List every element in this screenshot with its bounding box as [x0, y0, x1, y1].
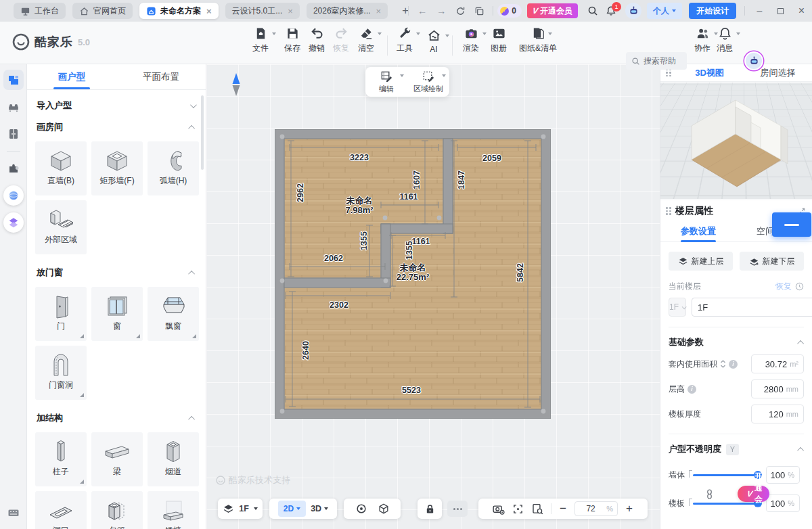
rail-furniture-tool[interactable]	[3, 97, 24, 117]
section-structures[interactable]: 加结构	[37, 412, 195, 424]
zoom-in-button[interactable]: +	[625, 504, 634, 513]
zoom-out-button[interactable]: −	[558, 504, 568, 513]
tool-pipe-wrap[interactable]: 包管	[91, 491, 143, 529]
close-icon[interactable]: ×	[288, 6, 293, 16]
opacity-header[interactable]: 户型不透明度 Y	[669, 443, 804, 455]
tool-door[interactable]: 门	[35, 287, 87, 341]
camera-settings-icon[interactable]	[492, 503, 505, 515]
rail-sphere-app[interactable]	[3, 185, 24, 206]
tool-opening[interactable]: 门窗洞	[35, 346, 87, 400]
search-button[interactable]	[583, 5, 602, 16]
link-sliders-icon[interactable]	[706, 489, 713, 499]
section-draw-rooms[interactable]: 画房间	[37, 121, 195, 133]
cube-view-icon[interactable]	[378, 503, 390, 515]
toolbar-clear[interactable]: 清空	[351, 26, 381, 54]
toolbar-ai[interactable]: AI	[419, 28, 449, 54]
3d-preview[interactable]	[660, 83, 812, 199]
collapsed-panel-button[interactable]	[772, 212, 811, 237]
duplicate-button[interactable]	[470, 6, 489, 16]
floor-selector[interactable]: 1F	[218, 499, 263, 519]
new-upper-floor-button[interactable]: 新建上层	[669, 252, 733, 271]
orbit-view-icon[interactable]	[355, 503, 367, 515]
forward-button[interactable]: →	[432, 5, 451, 16]
tab-draw-floorplan[interactable]: 画户型	[27, 64, 116, 89]
tab-plane-layout[interactable]: 平面布置	[116, 64, 206, 89]
restore-link[interactable]: 恢复	[775, 281, 792, 292]
inner-area-input[interactable]: 30.72 m²	[751, 354, 804, 373]
stepper-icon[interactable]	[720, 360, 726, 368]
rail-cabinet-tool[interactable]	[3, 124, 24, 144]
info-icon[interactable]: i	[687, 385, 696, 394]
rail-floorplan-tool[interactable]	[3, 70, 24, 90]
section-import-floorplan[interactable]: 导入户型	[37, 99, 195, 112]
region-draw-button[interactable]: 区域绘制	[407, 67, 449, 97]
minimize-button[interactable]: –	[749, 5, 770, 16]
mode-3d-button[interactable]: 3D	[311, 504, 328, 513]
rail-shortcuts[interactable]	[0, 506, 27, 520]
edit-button[interactable]: 编辑	[365, 67, 407, 97]
close-icon[interactable]: ×	[206, 6, 212, 16]
room-label[interactable]: 未命名 22.75m²	[397, 263, 429, 282]
tool-beam[interactable]: 梁	[91, 432, 143, 486]
tool-hole[interactable]: 洞口	[35, 491, 87, 529]
drag-handle-icon[interactable]	[666, 207, 671, 215]
scrollbar[interactable]	[201, 95, 204, 170]
open-member-button[interactable]: V 开通会员	[744, 51, 763, 70]
floor-height-input[interactable]: 2800 mm	[751, 380, 804, 398]
tool-arc-wall[interactable]: 弧墙(H)	[148, 141, 199, 196]
section-doors-windows[interactable]: 放门窗	[37, 267, 195, 279]
help-search-input[interactable]: 搜索帮助	[626, 52, 687, 70]
tool-bay-window[interactable]: 飘窗	[148, 287, 199, 341]
floorplan-canvas[interactable]: 编辑 区域绘制	[206, 64, 660, 529]
tool-straight-wall[interactable]: 直墙(B)	[35, 141, 87, 196]
toolbar-file[interactable]: 文件	[246, 26, 275, 54]
close-window-button[interactable]: ×	[791, 5, 812, 17]
history-clock-icon[interactable]	[795, 282, 804, 291]
tab-cloud-design[interactable]: 云设计5.0工... ×	[225, 3, 300, 19]
coin-balance[interactable]: 0	[497, 4, 522, 18]
tab-2026-decor[interactable]: 2026室内装修... ×	[307, 3, 388, 19]
tool-flue[interactable]: 烟道	[148, 432, 199, 486]
tab-current-design[interactable]: 未命名方案 ×	[139, 3, 219, 19]
lock-button[interactable]	[418, 499, 442, 519]
toolbar-render[interactable]: 渲染	[456, 26, 486, 54]
wall-opacity-input[interactable]: 100 %	[766, 466, 800, 484]
toolbar-drawings[interactable]: 图纸&清单	[514, 26, 562, 54]
tool-window[interactable]: 窗	[91, 287, 143, 341]
close-icon[interactable]: ×	[376, 6, 382, 16]
mode-2d-button[interactable]: 2D	[278, 501, 306, 517]
tab-parameter-settings[interactable]: 参数设置	[660, 222, 736, 242]
account-menu-button[interactable]: 个人	[647, 3, 682, 19]
new-lower-floor-button[interactable]: 新建下层	[740, 252, 804, 271]
tool-outdoor-area[interactable]: 外部区域	[35, 200, 87, 254]
back-button[interactable]: ←	[413, 5, 432, 16]
floor-select-dropdown[interactable]: 1F	[669, 298, 686, 317]
assistant-avatar[interactable]	[625, 3, 641, 19]
fit-view-icon[interactable]	[512, 503, 524, 515]
zoom-region-icon[interactable]	[531, 503, 544, 515]
tool-low-wall[interactable]: 矮墙	[148, 491, 199, 529]
rail-plugins[interactable]	[3, 158, 24, 179]
floor-name-input[interactable]	[692, 298, 812, 317]
tab-home[interactable]: 官网首页	[72, 3, 133, 19]
tab-workbench[interactable]: 工作台	[14, 3, 66, 19]
more-tools-button[interactable]	[447, 501, 468, 517]
room-label[interactable]: 未命名 7.98m²	[345, 196, 373, 215]
start-design-button[interactable]: 开始设计	[689, 3, 736, 19]
toolbar-messages[interactable]: 消息	[710, 26, 740, 54]
toolbar-album[interactable]: 图册	[484, 26, 514, 54]
zoom-level-input[interactable]: 72 %	[574, 501, 618, 516]
tool-column[interactable]: 柱子	[35, 432, 87, 486]
upgrade-member-button[interactable]: V 开通会员	[527, 3, 578, 18]
slab-opacity-input[interactable]: 100 %	[766, 495, 800, 512]
tool-rect-wall[interactable]: 矩形墙(F)	[91, 141, 143, 196]
wall-opacity-slider[interactable]	[692, 470, 759, 480]
rail-design-app[interactable]	[3, 212, 24, 233]
maximize-button[interactable]	[770, 5, 791, 16]
drag-handle-icon[interactable]	[666, 69, 671, 77]
notifications-button[interactable]: 1	[602, 5, 620, 16]
toolbar-tools[interactable]: 工具	[390, 26, 420, 54]
info-icon[interactable]: i	[729, 360, 738, 369]
basic-params-header[interactable]: 基础参数	[669, 336, 804, 348]
refresh-button[interactable]	[451, 6, 470, 16]
